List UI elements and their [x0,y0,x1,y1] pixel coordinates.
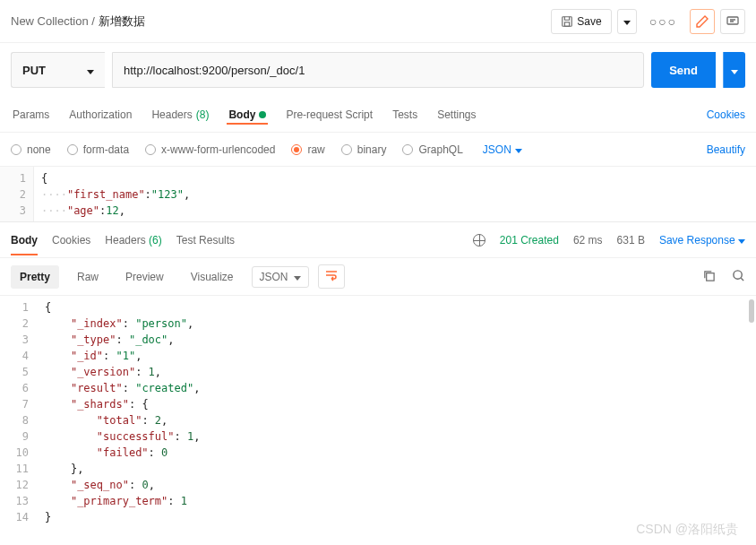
wrap-lines-button[interactable] [318,264,345,289]
response-size: 631 B [617,234,645,247]
response-tab-body[interactable]: Body [11,225,38,255]
tab-authorization[interactable]: Authorization [67,105,133,125]
line-gutter: 1234567891011121314 [0,296,38,538]
response-time: 62 ms [573,234,603,247]
response-tab-cookies[interactable]: Cookies [52,225,90,255]
copy-button[interactable] [702,269,716,285]
comment-button[interactable] [720,9,745,34]
comment-icon [726,14,740,29]
body-formdata[interactable]: form-data [67,143,129,156]
chevron-down-icon [87,64,94,77]
send-button[interactable]: Send [651,52,716,88]
chevron-down-icon [623,15,631,28]
save-options-button[interactable] [617,9,637,34]
response-tab-headers[interactable]: Headers (6) [105,225,161,255]
save-icon [561,15,573,28]
svg-point-4 [734,270,742,278]
beautify-link[interactable]: Beautify [707,143,745,156]
tab-body[interactable]: Body [227,105,268,125]
status-code: 201 Created [500,234,559,247]
response-body-editor[interactable]: 1234567891011121314 { "_index": "person"… [0,296,756,538]
pencil-icon [695,14,709,29]
dot-indicator-icon [259,111,266,118]
save-button[interactable]: Save [551,9,611,34]
chevron-down-icon [738,234,745,247]
body-type-select[interactable]: JSON [483,143,522,156]
tab-settings[interactable]: Settings [435,105,477,125]
globe-icon[interactable] [473,234,485,247]
body-none[interactable]: none [11,143,51,156]
edit-button[interactable] [690,9,715,34]
body-binary[interactable]: binary [341,143,387,156]
line-gutter: 123 [0,167,34,221]
body-raw[interactable]: raw [291,143,324,156]
search-button[interactable] [732,269,745,285]
svg-rect-3 [707,272,714,280]
scrollbar[interactable] [749,299,754,323]
breadcrumb-collection[interactable]: New Collection [11,14,89,28]
wrap-icon [324,269,339,281]
more-options-button[interactable]: ○○○ [642,14,684,29]
search-icon [732,269,745,282]
tab-headers[interactable]: Headers (8) [150,105,210,125]
chevron-down-icon [294,271,301,283]
svg-rect-1 [565,22,570,25]
send-options-button[interactable] [723,52,745,88]
chevron-down-icon [731,64,738,77]
body-xwww[interactable]: x-www-form-urlencoded [145,143,275,156]
cookies-link[interactable]: Cookies [707,108,745,121]
watermark: CSDN @洛阳纸贵 [636,522,738,538]
method-select[interactable]: PUT [11,52,105,88]
chevron-down-icon [515,143,522,156]
response-format-select[interactable]: JSON [252,266,309,288]
breadcrumb-request: 新增数据 [99,14,145,28]
view-raw[interactable]: Raw [68,265,107,289]
url-input[interactable] [112,52,644,88]
view-pretty[interactable]: Pretty [11,265,59,289]
view-visualize[interactable]: Visualize [182,265,243,289]
tab-params[interactable]: Params [11,105,51,125]
body-graphql[interactable]: GraphQL [402,143,462,156]
breadcrumb: New Collection / 新增数据 [11,13,551,30]
svg-rect-0 [563,16,572,26]
tab-tests[interactable]: Tests [391,105,419,125]
tab-prerequest[interactable]: Pre-request Script [284,105,374,125]
view-preview[interactable]: Preview [116,265,173,289]
save-response[interactable]: Save Response [659,234,745,247]
svg-rect-2 [727,17,738,24]
response-tab-testresults[interactable]: Test Results [176,225,235,255]
request-body-editor[interactable]: 123 { ····"first_name":"123", ····"age":… [0,167,756,222]
copy-icon [702,269,716,282]
